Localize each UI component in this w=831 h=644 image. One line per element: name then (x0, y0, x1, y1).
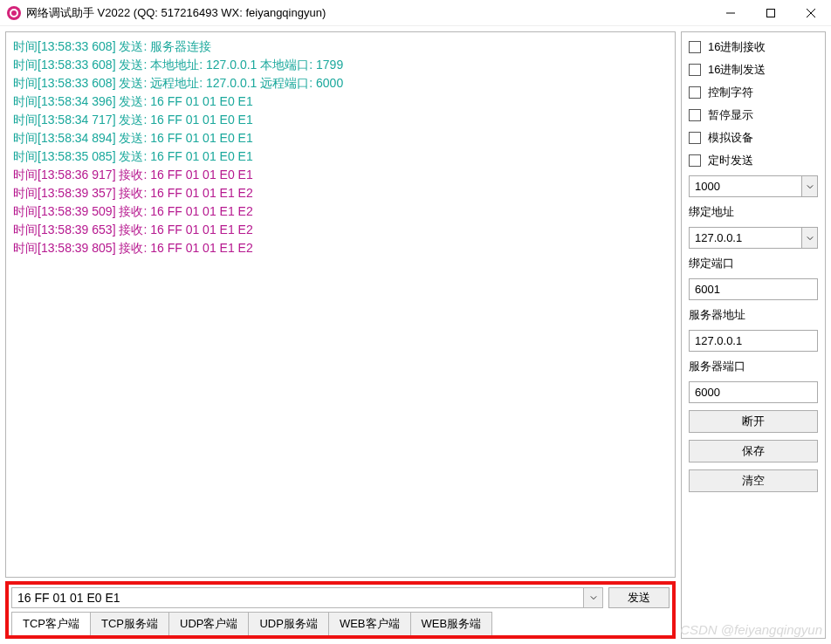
close-button[interactable] (791, 0, 831, 26)
tab-5[interactable]: WEB服务端 (410, 612, 493, 635)
tab-2[interactable]: UDP客户端 (168, 612, 249, 635)
send-input[interactable] (12, 588, 583, 607)
tab-3[interactable]: UDP服务端 (248, 612, 328, 635)
tab-1[interactable]: TCP服务端 (90, 612, 169, 635)
bind-addr-label: 绑定地址 (689, 204, 818, 220)
pause-display-checkbox[interactable]: 暂停显示 (689, 107, 818, 123)
log-line: 时间[13:58:34 717] 发送: 16 FF 01 01 E0 E1 (13, 111, 668, 129)
log-line: 时间[13:58:34 894] 发送: 16 FF 01 01 E0 E1 (13, 129, 668, 147)
chevron-down-icon[interactable] (801, 228, 817, 248)
log-line: 时间[13:58:33 608] 发送: 远程地址: 127.0.0.1 远程端… (13, 74, 668, 92)
bind-addr-combo[interactable]: 127.0.0.1 (689, 227, 818, 249)
log-line: 时间[13:58:34 396] 发送: 16 FF 01 01 E0 E1 (13, 92, 668, 111)
titlebar: 网络调试助手 V2022 (QQ: 517216493 WX: feiyangq… (0, 0, 831, 26)
bind-port-input[interactable]: 6001 (689, 278, 818, 300)
hex-recv-checkbox[interactable]: 16进制接收 (689, 39, 818, 55)
save-button[interactable]: 保存 (689, 440, 818, 462)
server-port-label: 服务器端口 (689, 359, 818, 374)
log-line: 时间[13:58:39 357] 接收: 16 FF 01 01 E1 E2 (13, 184, 668, 202)
tab-bar: TCP客户端TCP服务端UDP客户端UDP服务端WEB客户端WEB服务端 (11, 612, 670, 635)
server-addr-label: 服务器地址 (689, 307, 818, 323)
clear-button[interactable]: 清空 (689, 469, 818, 492)
options-panel: 16进制接收 16进制发送 控制字符 暂停显示 模拟设备 定时发送 1000 绑… (681, 31, 826, 639)
svg-rect-0 (767, 9, 775, 17)
timed-send-checkbox[interactable]: 定时发送 (689, 153, 818, 168)
log-line: 时间[13:58:39 653] 接收: 16 FF 01 01 E1 E2 (13, 221, 668, 239)
log-output[interactable]: 时间[13:58:33 608] 发送: 服务器连接时间[13:58:33 60… (5, 31, 676, 578)
minimize-button[interactable] (711, 0, 751, 26)
window-title: 网络调试助手 V2022 (QQ: 517216493 WX: feiyangq… (26, 5, 711, 21)
hex-send-checkbox[interactable]: 16进制发送 (689, 62, 818, 78)
tab-4[interactable]: WEB客户端 (328, 612, 411, 635)
log-line: 时间[13:58:33 608] 发送: 本地地址: 127.0.0.1 本地端… (13, 56, 668, 74)
send-button[interactable]: 发送 (608, 587, 670, 608)
send-combo[interactable] (11, 587, 603, 608)
log-line: 时间[13:58:35 085] 发送: 16 FF 01 01 E0 E1 (13, 147, 668, 166)
server-addr-input[interactable]: 127.0.0.1 (689, 330, 818, 352)
disconnect-button[interactable]: 断开 (689, 410, 818, 433)
sim-device-checkbox[interactable]: 模拟设备 (689, 130, 818, 146)
ctrl-char-checkbox[interactable]: 控制字符 (689, 85, 818, 100)
tab-0[interactable]: TCP客户端 (11, 612, 91, 635)
maximize-button[interactable] (751, 0, 791, 26)
log-line: 时间[13:58:39 805] 接收: 16 FF 01 01 E1 E2 (13, 239, 668, 257)
interval-combo[interactable]: 1000 (689, 175, 818, 197)
log-line: 时间[13:58:36 917] 接收: 16 FF 01 01 E0 E1 (13, 166, 668, 184)
chevron-down-icon[interactable] (583, 588, 602, 607)
bind-port-label: 绑定端口 (689, 256, 818, 271)
log-line: 时间[13:58:33 608] 发送: 服务器连接 (13, 38, 668, 56)
chevron-down-icon[interactable] (801, 176, 817, 196)
highlight-frame: 发送 TCP客户端TCP服务端UDP客户端UDP服务端WEB客户端WEB服务端 (5, 581, 676, 639)
log-line: 时间[13:58:39 509] 接收: 16 FF 01 01 E1 E2 (13, 202, 668, 221)
server-port-input[interactable]: 6000 (689, 381, 818, 403)
app-icon (7, 6, 21, 20)
